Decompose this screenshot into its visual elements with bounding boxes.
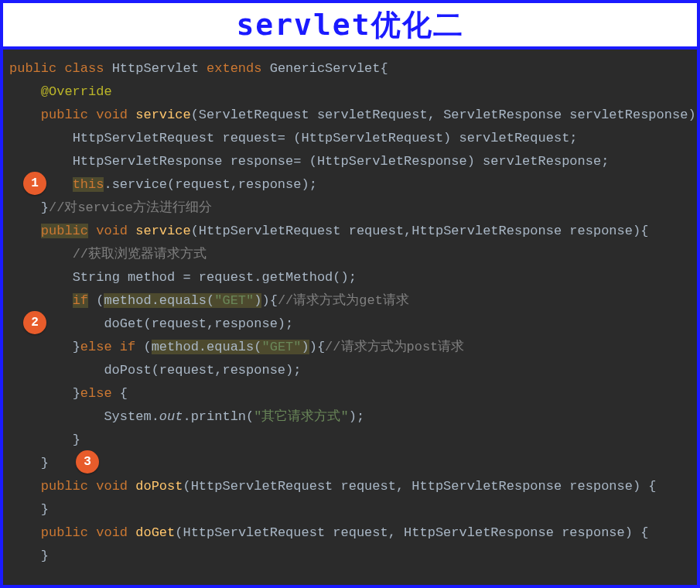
code-line: this.service(request,response);	[9, 173, 697, 197]
code-line: @Override	[9, 80, 697, 104]
code-line: doGet(request,response);	[9, 313, 697, 336]
frame: servlet优化二 public class HttpServlet exte…	[0, 0, 700, 588]
code-line: doPost(request,response);	[9, 359, 697, 382]
code-line: }//对service方法进行细分	[9, 197, 697, 220]
code-line: HttpServletRequest request= (HttpServlet…	[9, 127, 697, 150]
code-line: }	[9, 452, 697, 475]
code-line: public void service(HttpServletRequest r…	[9, 220, 697, 243]
code-line: System.out.println("其它请求方式");	[9, 405, 697, 429]
code-line: }else if (method.equals("GET")){//请求方式为p…	[9, 336, 697, 359]
code-area: public class HttpServlet extends Generic…	[3, 50, 697, 585]
code-line: }	[9, 429, 697, 452]
code-line: public void doGet(HttpServletRequest req…	[9, 521, 697, 545]
code-line: HttpServletResponse response= (HttpServl…	[9, 150, 697, 173]
page-title: servlet优化二	[3, 3, 697, 50]
code-line: String method = request.getMethod();	[9, 266, 697, 289]
code-line: //获取浏览器请求方式	[9, 243, 697, 266]
code-line: public void doPost(HttpServletRequest re…	[9, 475, 697, 498]
code-line: if (method.equals("GET")){//请求方式为get请求	[9, 289, 697, 313]
code-line: public void service(ServletRequest servl…	[9, 104, 697, 127]
code-line: public class HttpServlet extends Generic…	[9, 57, 697, 80]
code-line: }else {	[9, 382, 697, 405]
code-line: }	[9, 545, 697, 568]
annotation-badge-3: 3	[76, 450, 99, 473]
code-line: }	[9, 498, 697, 521]
annotation-badge-2: 2	[23, 311, 46, 334]
annotation-badge-1: 1	[23, 172, 46, 195]
